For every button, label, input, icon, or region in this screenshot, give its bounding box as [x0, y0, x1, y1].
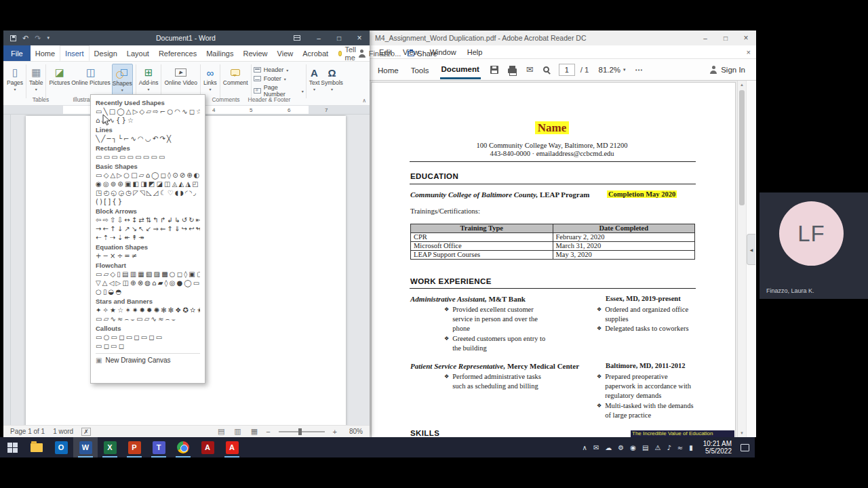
acrobat-titlebar[interactable]: M4_Assignment_Word Duplication.pdf - Ado… — [370, 30, 756, 45]
scrollbar[interactable]: ▲ ▼ — [737, 81, 746, 437]
save-icon[interactable] — [490, 66, 498, 74]
page-number-button[interactable]: Page Number ▾ — [254, 84, 304, 98]
page-indicator[interactable]: Page 1 of 1 — [10, 428, 45, 435]
taskbar-outlook[interactable]: O — [49, 437, 73, 458]
zoom-slider-thumb[interactable] — [298, 428, 302, 435]
pages-button[interactable]: ▯ Pages ▾ — [7, 64, 23, 98]
word-count[interactable]: 1 word — [53, 428, 73, 435]
action-center-icon[interactable] — [741, 444, 749, 451]
close-button[interactable]: × — [736, 33, 756, 43]
vertical-ruler[interactable] — [3, 115, 11, 425]
text-button[interactable]: A Text ▾ — [309, 64, 320, 98]
shape-gallery-row[interactable]: ▭ ◇ △ ▷ ○ □ ▱ ⌂ ◯ ◻ ◊ ⊙ ⊘ ⊕ ◐ ◑ — [96, 171, 200, 180]
shape-gallery-row[interactable]: ⌂ ◡ ∿ { } ☆ — [96, 116, 200, 125]
search-icon[interactable] — [543, 66, 549, 73]
taskbar-chrome[interactable] — [171, 437, 195, 458]
links-button[interactable]: ∞ Links ▾ — [203, 64, 217, 98]
zoom-level[interactable]: 80% — [345, 428, 363, 435]
redo-icon[interactable]: ↷ — [35, 34, 41, 43]
network-icon[interactable]: ≈ — [677, 444, 683, 451]
shape-gallery-row[interactable]: ▭ ○ ▭ ◻ ▭ ◻ ▭ ◻ ▭ — [96, 333, 200, 342]
taskbar-powerpoint[interactable]: P — [122, 437, 146, 458]
shape-gallery-row[interactable]: ▭ ◻ ▭ ◻ — [96, 342, 200, 350]
tab-design[interactable]: Design — [90, 45, 122, 61]
online-video-button[interactable]: ▶ Online Video — [164, 64, 197, 98]
shapes-button[interactable]: Shapes ▾ — [112, 64, 133, 98]
tab-insert[interactable]: Insert — [60, 45, 90, 61]
zoom-in-button[interactable]: + — [333, 428, 337, 436]
shape-gallery-row[interactable]: ⇠ ⇡ ⇢ ⇣ ↞ ↟ ↠ — [96, 233, 200, 242]
start-button[interactable] — [0, 437, 24, 458]
tab-tools[interactable]: Tools — [410, 61, 431, 79]
taskbar-file-explorer[interactable] — [24, 437, 49, 458]
undo-icon[interactable]: ↶ — [22, 34, 28, 43]
clock[interactable]: 10:21 AM 5/5/2022 — [703, 440, 732, 455]
shape-gallery-row[interactable]: ▭ ▭ ▭ ▭ ▭ ▭ ▭ ▭ ▭ — [96, 152, 200, 161]
maximize-button[interactable]: □ — [715, 35, 736, 42]
tab-mailings[interactable]: Mailings — [201, 45, 238, 61]
close-button[interactable]: × — [349, 33, 370, 43]
account-button[interactable]: Finazzo... — [358, 45, 401, 61]
shape-gallery-row[interactable]: ▽ △ ◁ ▷ ◫ ⊕ ⊗ ◍ ⌂ ▰ ◊ ◎ ● ◯ ▭ ▱ — [96, 279, 200, 287]
symbols-button[interactable]: Ω Symbols ▾ — [321, 64, 343, 98]
shape-gallery-row[interactable]: ✦ ✧ ★ ☆ ✶ ✷ ✸ ✹ ✺ ✻ ✼ ❖ ✪ ✫ ✬ ✭ — [96, 306, 200, 314]
comment-button[interactable]: Comment — [223, 64, 248, 98]
proofing-status-icon[interactable]: ✗ — [81, 428, 91, 436]
pictures-button[interactable]: ◪ Pictures — [49, 64, 70, 98]
volume-icon[interactable]: ♪ — [667, 444, 671, 451]
print-layout-icon[interactable]: ▥ — [234, 427, 241, 436]
tell-me-box[interactable]: Tell me — [338, 45, 358, 61]
more-tools-icon[interactable]: ⋯ — [635, 65, 644, 75]
page-number-input[interactable]: 1 — [559, 64, 575, 76]
alert-icon[interactable]: ⚠ — [654, 444, 660, 451]
onedrive-icon[interactable]: ☁ — [605, 444, 612, 451]
sign-in-button[interactable]: Sign In — [709, 66, 745, 74]
tab-document[interactable]: Document — [440, 60, 481, 79]
taskbar-teams[interactable]: T — [146, 437, 171, 458]
tab-home[interactable]: Home — [31, 45, 60, 61]
zoom-control[interactable]: 81.2% ▾ — [598, 66, 625, 74]
save-icon[interactable] — [10, 35, 16, 41]
scrollbar-thumb[interactable] — [739, 90, 745, 205]
shape-gallery-row[interactable]: ( ) [ ] { } — [96, 197, 200, 206]
minimize-button[interactable]: – — [695, 35, 715, 42]
shape-gallery-row[interactable]: + − × ÷ = ≠ — [96, 251, 200, 260]
menu-help[interactable]: Help — [467, 48, 483, 56]
tab-view[interactable]: View — [273, 45, 298, 61]
tab-acrobat[interactable]: Acrobat — [298, 45, 333, 61]
shape-gallery-row[interactable]: ◉ ◎ ⊚ ⊛ ▣ ◧ ◨ ◩ ◪ ◫ ◬ ◭ ◮ ◰ ◱ ◲ — [96, 180, 200, 188]
shape-gallery-row[interactable]: ▭ ▱ ◇ ▯ ▤ ▥ ▦ ▧ ▨ ▩ ○ ◻ ◊ ▣ ▢ □ — [96, 270, 200, 279]
shape-gallery-row[interactable]: → ← ↑ ↓ ↗ ↘ ↖ ↙ ⇒ ⇐ ⇑ ⇓ ↪ ↩ ↬ ↫ — [96, 224, 200, 233]
footer-button[interactable]: Footer ▾ — [254, 75, 304, 82]
print-icon[interactable] — [508, 68, 517, 73]
table-button[interactable]: ▦ Table ▾ — [29, 64, 43, 98]
new-drawing-canvas-item[interactable]: ▣ New Drawing Canvas — [96, 353, 200, 364]
display-icon[interactable]: ▤ — [642, 444, 648, 451]
collapse-ribbon-icon[interactable]: ∧ — [362, 98, 366, 104]
shape-gallery-row[interactable]: ◳ ◴ ◵ ◶ ◷ ◸ ◹ ◺ ◿ ☾ ♡ ◖ ◗ ◜ ◝ ◞ — [96, 188, 200, 197]
taskbar-acrobat[interactable]: A — [195, 437, 220, 458]
web-layout-icon[interactable]: ▦ — [251, 427, 258, 436]
shape-gallery-row[interactable]: ╲ ╱ ─ ┐ └ ⌐ ∿ ◠ ◡ ↶ ↷ ╳ — [96, 134, 200, 143]
ribbon-display-options-icon[interactable] — [294, 35, 300, 41]
settings-icon[interactable]: ⚙ — [618, 444, 624, 451]
close-document-icon[interactable]: × — [747, 48, 751, 56]
shape-gallery-row[interactable]: ⇦ ⇨ ⇧ ⇩ ↔ ↕ ⇄ ⇅ ↰ ↱ ↲ ↳ ↺ ↻ ⇤ ⇥ — [96, 216, 200, 224]
word-titlebar[interactable]: ↶ ↷ ▾ Document1 - Word – □ × — [3, 30, 370, 45]
tab-home[interactable]: Home — [376, 61, 400, 79]
share-button[interactable]: Share — [408, 45, 437, 61]
add-ins-button[interactable]: ⊞ Add-ins ▾ — [139, 64, 159, 98]
tab-review[interactable]: Review — [239, 45, 273, 61]
tab-references[interactable]: References — [154, 45, 201, 61]
battery-icon[interactable]: ▮ — [689, 444, 693, 451]
shape-gallery-row[interactable]: ○ ▯ ◒ ◓ — [96, 287, 200, 296]
shape-gallery-row[interactable]: ▭ ▱ ∿ ≈ ⌢ ⌣ ▭ ▱ ∿ ≈ ⌢ ⌣ — [96, 314, 200, 323]
taskbar-excel[interactable]: X — [98, 437, 122, 458]
tools-panel-handle[interactable]: ◀ — [747, 234, 755, 265]
scroll-up-icon[interactable]: ▲ — [738, 83, 746, 87]
minimize-button[interactable]: – — [309, 35, 329, 42]
tab-layout[interactable]: Layout — [122, 45, 154, 61]
header-button[interactable]: Header ▾ — [254, 66, 304, 73]
read-mode-icon[interactable]: ▤ — [218, 427, 224, 436]
email-icon[interactable]: ✉ — [526, 64, 534, 75]
